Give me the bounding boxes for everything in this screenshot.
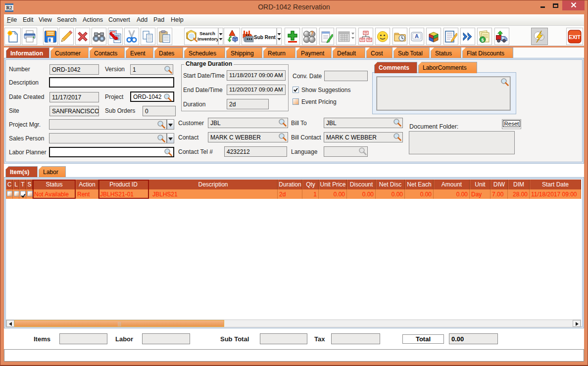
svg-text:Inventory: Inventory	[197, 36, 218, 42]
svg-text:EXIT: EXIT	[569, 34, 581, 40]
svg-text:A: A	[415, 33, 419, 39]
svg-text:?: ?	[311, 30, 314, 36]
svg-text:Search: Search	[199, 31, 215, 36]
svg-text:Sub Rent: Sub Rent	[254, 35, 276, 40]
svg-text:$: $	[482, 38, 484, 43]
